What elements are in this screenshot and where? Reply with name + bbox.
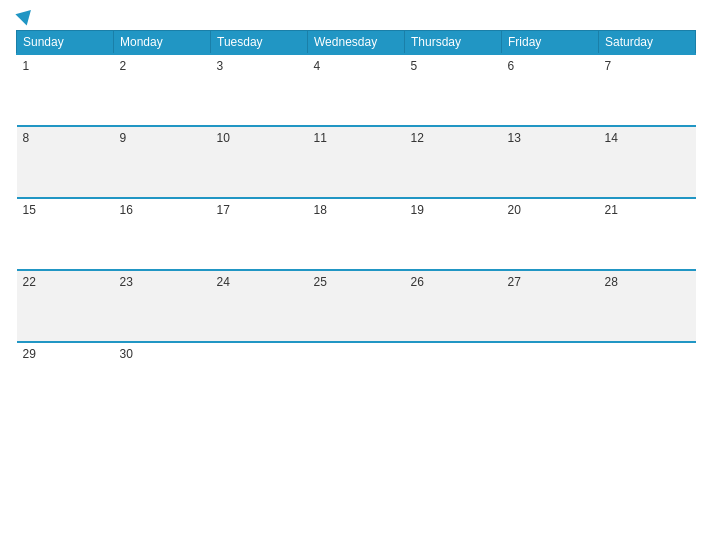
day-number: 30: [120, 347, 133, 361]
day-header-wednesday: Wednesday: [308, 31, 405, 55]
day-number: 4: [314, 59, 321, 73]
day-number: 14: [605, 131, 618, 145]
day-number: 27: [508, 275, 521, 289]
calendar-cell: 3: [211, 54, 308, 126]
day-number: 10: [217, 131, 230, 145]
day-number: 23: [120, 275, 133, 289]
day-number: 25: [314, 275, 327, 289]
days-of-week-row: SundayMondayTuesdayWednesdayThursdayFrid…: [17, 31, 696, 55]
calendar-cell: 26: [405, 270, 502, 342]
calendar-cell: 16: [114, 198, 211, 270]
calendar-cell: 25: [308, 270, 405, 342]
calendar-week-1: 1234567: [17, 54, 696, 126]
calendar-cell: [308, 342, 405, 414]
calendar-cell: 19: [405, 198, 502, 270]
calendar-table: SundayMondayTuesdayWednesdayThursdayFrid…: [16, 30, 696, 414]
day-number: 21: [605, 203, 618, 217]
calendar-cell: 7: [599, 54, 696, 126]
day-number: 12: [411, 131, 424, 145]
calendar-cell: 18: [308, 198, 405, 270]
calendar-cell: [211, 342, 308, 414]
day-header-saturday: Saturday: [599, 31, 696, 55]
day-number: 5: [411, 59, 418, 73]
calendar-cell: [599, 342, 696, 414]
day-number: 18: [314, 203, 327, 217]
calendar-cell: 10: [211, 126, 308, 198]
logo-arrow-icon: [15, 4, 36, 25]
day-number: 19: [411, 203, 424, 217]
day-header-tuesday: Tuesday: [211, 31, 308, 55]
calendar-week-5: 2930: [17, 342, 696, 414]
day-number: 24: [217, 275, 230, 289]
calendar-cell: 17: [211, 198, 308, 270]
day-header-thursday: Thursday: [405, 31, 502, 55]
day-number: 7: [605, 59, 612, 73]
day-number: 8: [23, 131, 30, 145]
day-header-monday: Monday: [114, 31, 211, 55]
day-header-friday: Friday: [502, 31, 599, 55]
page-header: [16, 10, 696, 24]
day-number: 16: [120, 203, 133, 217]
calendar-cell: 12: [405, 126, 502, 198]
calendar-cell: 9: [114, 126, 211, 198]
calendar-cell: 2: [114, 54, 211, 126]
day-number: 9: [120, 131, 127, 145]
calendar-cell: 20: [502, 198, 599, 270]
calendar-cell: 1: [17, 54, 114, 126]
day-number: 13: [508, 131, 521, 145]
calendar-cell: [405, 342, 502, 414]
day-number: 2: [120, 59, 127, 73]
calendar-cell: 27: [502, 270, 599, 342]
calendar-week-3: 15161718192021: [17, 198, 696, 270]
calendar-cell: 24: [211, 270, 308, 342]
day-number: 26: [411, 275, 424, 289]
calendar-week-4: 22232425262728: [17, 270, 696, 342]
calendar-cell: 29: [17, 342, 114, 414]
logo: [16, 10, 34, 24]
calendar-cell: 15: [17, 198, 114, 270]
day-number: 28: [605, 275, 618, 289]
calendar-cell: [502, 342, 599, 414]
calendar-body: 1234567891011121314151617181920212223242…: [17, 54, 696, 414]
day-number: 15: [23, 203, 36, 217]
calendar-cell: 30: [114, 342, 211, 414]
calendar-cell: 11: [308, 126, 405, 198]
day-header-sunday: Sunday: [17, 31, 114, 55]
calendar-page: SundayMondayTuesdayWednesdayThursdayFrid…: [0, 0, 712, 550]
day-number: 3: [217, 59, 224, 73]
calendar-cell: 13: [502, 126, 599, 198]
day-number: 20: [508, 203, 521, 217]
calendar-cell: 6: [502, 54, 599, 126]
calendar-cell: 8: [17, 126, 114, 198]
calendar-cell: 22: [17, 270, 114, 342]
calendar-cell: 21: [599, 198, 696, 270]
calendar-cell: 23: [114, 270, 211, 342]
day-number: 1: [23, 59, 30, 73]
logo-general: [16, 10, 34, 24]
day-number: 11: [314, 131, 327, 145]
calendar-week-2: 891011121314: [17, 126, 696, 198]
calendar-cell: 4: [308, 54, 405, 126]
day-number: 17: [217, 203, 230, 217]
calendar-cell: 5: [405, 54, 502, 126]
calendar-cell: 14: [599, 126, 696, 198]
day-number: 22: [23, 275, 36, 289]
calendar-cell: 28: [599, 270, 696, 342]
day-number: 29: [23, 347, 36, 361]
day-number: 6: [508, 59, 515, 73]
calendar-header: SundayMondayTuesdayWednesdayThursdayFrid…: [17, 31, 696, 55]
